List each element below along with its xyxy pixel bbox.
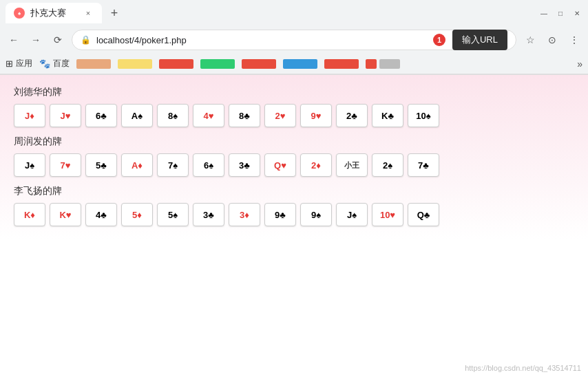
card-0-2: 6♣	[85, 104, 117, 127]
card-2-3: 5♦	[121, 203, 153, 226]
address-bar-actions: ☆ ⊙ ⋮	[522, 32, 582, 48]
bm-text-8	[379, 59, 400, 69]
maximize-button[interactable]: □	[555, 8, 566, 19]
bookmarks-bar: ⊞ 应用 🐾 百度 »	[0, 54, 588, 74]
card-2-1: K♥	[50, 203, 81, 226]
card-0-9: 2♣	[336, 104, 368, 127]
url-tooltip: 输入URL	[452, 30, 507, 50]
menu-icon[interactable]: ⋮	[566, 32, 582, 48]
bookmark-1[interactable]	[76, 59, 111, 69]
players-container: 刘德华的牌J♦J♥6♣A♠8♠4♥8♣2♥9♥2♣K♣10♠周润发的牌J♠7♥5…	[14, 86, 574, 226]
baidu-label: 百度	[53, 58, 70, 69]
bookmark-apps[interactable]: ⊞ 应用	[6, 58, 32, 69]
forward-button[interactable]: →	[28, 32, 44, 48]
bookmark-6[interactable]	[283, 59, 317, 69]
bookmark-7[interactable]	[324, 59, 359, 69]
card-1-10: 2♠	[372, 153, 403, 177]
card-0-4: 8♠	[157, 104, 189, 127]
card-2-4: 5♠	[157, 203, 189, 226]
bm-favicon-7	[324, 59, 359, 69]
card-1-1: 7♥	[50, 153, 81, 177]
close-button[interactable]: ✕	[571, 8, 582, 19]
bm-favicon-3	[159, 59, 193, 69]
card-1-4: 7♠	[157, 153, 189, 177]
bm-favicon-5	[242, 59, 276, 69]
cards-row-1: J♠7♥5♣A♦7♠6♠3♣Q♥2♦小王2♠7♣	[14, 153, 574, 177]
card-1-0: J♠	[14, 153, 45, 177]
player-section-2: 李飞扬的牌K♦K♥4♣5♦5♠3♣3♦9♣9♠J♠10♥Q♣	[14, 185, 574, 226]
player-name-0: 刘德华的牌	[14, 86, 574, 98]
back-button[interactable]: ←	[6, 32, 22, 48]
url-badge[interactable]: 1	[433, 34, 445, 46]
card-0-7: 2♥	[264, 104, 296, 127]
refresh-button[interactable]: ⟳	[50, 32, 66, 48]
card-2-0: K♦	[14, 203, 45, 226]
player-section-0: 刘德华的牌J♦J♥6♣A♠8♠4♥8♣2♥9♥2♣K♣10♠	[14, 86, 574, 127]
tab-favicon: ♠	[14, 8, 25, 19]
card-0-5: 4♥	[193, 104, 224, 127]
card-1-3: A♦	[121, 153, 153, 177]
card-1-8: 2♦	[300, 153, 332, 177]
address-text: localhost/4/poker1.php	[96, 35, 428, 45]
address-input[interactable]: 🔒 localhost/4/poker1.php 1 输入URL	[72, 30, 516, 50]
new-tab-button[interactable]: +	[105, 3, 124, 23]
address-bar: ← → ⟳ 🔒 localhost/4/poker1.php 1 输入URL ☆…	[0, 26, 588, 54]
card-0-11: 10♠	[408, 104, 439, 127]
bookmark-8[interactable]	[366, 59, 400, 69]
player-name-1: 周润发的牌	[14, 136, 574, 148]
bm-favicon-1	[76, 59, 111, 69]
player-name-2: 李飞扬的牌	[14, 185, 574, 197]
bm-favicon-2	[118, 59, 152, 69]
page-content: 刘德华的牌J♦J♥6♣A♠8♠4♥8♣2♥9♥2♣K♣10♠周润发的牌J♠7♥5…	[0, 75, 588, 350]
card-2-10: 10♥	[372, 203, 403, 226]
card-1-7: Q♥	[264, 153, 296, 177]
title-bar: ♠ 扑克大赛 × + — □ ✕	[0, 0, 588, 26]
cards-row-0: J♦J♥6♣A♠8♠4♥8♣2♥9♥2♣K♣10♠	[14, 104, 574, 127]
bookmark-star-icon[interactable]: ☆	[522, 32, 538, 48]
tab-close-button[interactable]: ×	[83, 8, 94, 19]
card-2-2: 4♣	[85, 203, 117, 226]
active-tab[interactable]: ♠ 扑克大赛 ×	[6, 3, 102, 23]
minimize-button[interactable]: —	[538, 8, 549, 19]
profile-icon[interactable]: ⊙	[544, 32, 560, 48]
card-0-6: 8♣	[229, 104, 260, 127]
card-1-2: 5♣	[85, 153, 117, 177]
card-1-11: 7♣	[408, 153, 439, 177]
card-2-6: 3♦	[229, 203, 260, 226]
tab-title: 扑克大赛	[30, 7, 66, 19]
card-0-3: A♠	[121, 104, 153, 127]
card-1-6: 3♣	[229, 153, 260, 177]
bookmark-baidu[interactable]: 🐾 百度	[39, 58, 70, 69]
bookmarks-more-button[interactable]: »	[577, 58, 582, 69]
card-2-7: 9♣	[264, 203, 296, 226]
bookmark-3[interactable]	[159, 59, 193, 69]
card-0-10: K♣	[372, 104, 403, 127]
browser-chrome: ♠ 扑克大赛 × + — □ ✕ ← → ⟳ 🔒 localhost/4/pok…	[0, 0, 588, 75]
card-1-9: 小王	[336, 153, 368, 177]
card-0-0: J♦	[14, 104, 45, 127]
bm-favicon-6	[283, 59, 317, 69]
baidu-icon: 🐾	[39, 58, 50, 69]
bookmark-2[interactable]	[118, 59, 152, 69]
cards-row-2: K♦K♥4♣5♦5♠3♣3♦9♣9♠J♠10♥Q♣	[14, 203, 574, 226]
bm-favicon-8	[366, 59, 377, 69]
card-0-8: 9♥	[300, 104, 332, 127]
bookmark-5[interactable]	[242, 59, 276, 69]
bookmark-4[interactable]	[200, 59, 235, 69]
card-2-5: 3♣	[193, 203, 224, 226]
window-controls: — □ ✕	[538, 8, 582, 19]
card-2-8: 9♠	[300, 203, 332, 226]
card-0-1: J♥	[50, 104, 81, 127]
card-2-9: J♠	[336, 203, 368, 226]
card-1-5: 6♠	[193, 153, 224, 177]
card-2-11: Q♣	[408, 203, 439, 226]
lock-icon: 🔒	[81, 35, 91, 45]
player-section-1: 周润发的牌J♠7♥5♣A♦7♠6♠3♣Q♥2♦小王2♠7♣	[14, 136, 574, 177]
apps-icon: ⊞	[6, 58, 13, 69]
apps-label: 应用	[16, 58, 32, 69]
bm-favicon-4	[200, 59, 235, 69]
